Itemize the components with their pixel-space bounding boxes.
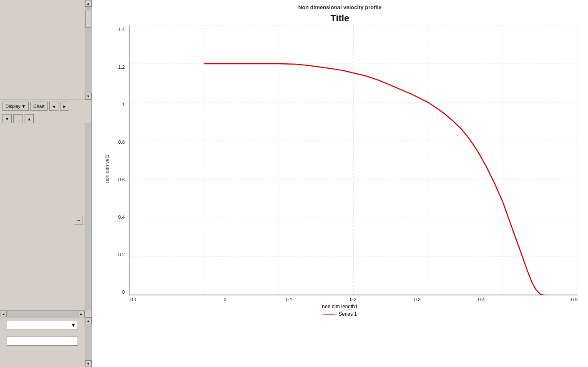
sidebar-bottom-panel: ▲ ▼ ▼: [0, 317, 91, 367]
prev-chart-btn[interactable]: ◄: [49, 102, 58, 111]
x-tick-0.2: 0.2: [321, 297, 385, 302]
sidebar-scrollbar-vertical-bottom[interactable]: ▲ ▼: [85, 317, 91, 367]
display-dropdown-icon: ▼: [21, 104, 26, 109]
y-tick-0.0: 0: [112, 290, 125, 295]
x-tick-0.3: 0.3: [385, 297, 450, 302]
series-1-line: [204, 64, 548, 295]
x-axis-label: non dim length1: [102, 304, 578, 310]
display-button[interactable]: Display ▼: [3, 102, 29, 111]
bottom-scroll-up[interactable]: ▲: [85, 317, 92, 324]
chart-button[interactable]: Chart: [30, 102, 48, 111]
x-tick-0.1: 0.1: [257, 297, 321, 302]
y-axis-label: non dim vel1: [102, 25, 112, 295]
scroll-right-btn[interactable]: ►: [78, 311, 85, 317]
scroll-thumb[interactable]: [85, 11, 91, 27]
legend-line-series1: [323, 314, 335, 315]
scroll-left-btn[interactable]: ◄: [0, 311, 7, 317]
chart-label: Chart: [33, 104, 45, 109]
sidebar-toolbar: Display ▼ Chart ◄ ► ▼ ... ▲: [0, 100, 91, 123]
sidebar-text-input[interactable]: [7, 337, 78, 346]
display-label: Display: [5, 104, 20, 109]
y-tick-1.4: 1.4: [112, 27, 125, 32]
chart-container: non dim vel1 1.4 1.2 1 0.8 0.6 0.4 0.2 0: [102, 25, 578, 317]
bottom-scroll-track: [85, 324, 92, 360]
y-tick-labels: 1.4 1.2 1 0.8 0.6 0.4 0.2 0: [112, 25, 125, 295]
scroll-up-btn[interactable]: ▲: [85, 0, 92, 7]
scroll-track: [85, 7, 92, 93]
legend-label-series1: Series 1: [339, 311, 357, 317]
expand-btn[interactable]: ▲: [25, 114, 34, 123]
sidebar-scrollbar-vertical-top[interactable]: ▲ ▼: [85, 0, 91, 100]
chart-plot-area: [129, 25, 578, 295]
sidebar-dropdown[interactable]: ▼: [7, 321, 78, 330]
y-tick-1.0: 1: [112, 102, 125, 107]
sidebar-top-panel: ▲ ▼: [0, 0, 91, 100]
display-dropdown-btn[interactable]: ▼: [3, 114, 12, 123]
sidebar-scrollbar-horizontal[interactable]: ◄ ►: [0, 310, 85, 317]
y-tick-1.2: 1.2: [112, 65, 125, 70]
page-title: Non dimensional velocity profile: [298, 4, 382, 10]
more-btn[interactable]: ...: [13, 114, 23, 123]
y-tick-0.6: 0.6: [112, 177, 125, 182]
y-tick-0.2: 0.2: [112, 252, 125, 257]
y-tick-0.8: 0.8: [112, 140, 125, 145]
y-tick-0.4: 0.4: [112, 215, 125, 220]
scroll-h-track: [7, 311, 78, 317]
x-tick-0.4: 0.4: [450, 297, 514, 302]
next-chart-btn[interactable]: ►: [60, 102, 69, 111]
sidebar: ▲ ▼ Display ▼ Chart ◄ ► ▼ ... ▲: [0, 0, 92, 367]
sidebar-scrollbar-vertical-middle[interactable]: [85, 123, 91, 310]
bottom-scroll-down[interactable]: ▼: [85, 360, 92, 367]
main-chart-area: Non dimensional velocity profile Title n…: [92, 0, 588, 367]
x-tick-0: 0: [193, 297, 257, 302]
resize-icon[interactable]: ↔: [74, 216, 83, 225]
x-tick-labels: -0.1 0 0.1 0.2 0.3 0.4 0.5: [129, 297, 578, 302]
x-tick--0.1: -0.1: [129, 297, 193, 302]
dropdown-arrow-icon: ▼: [71, 322, 76, 328]
sidebar-middle-panel: ↔ ◄ ►: [0, 123, 91, 317]
chart-legend: Series 1: [102, 311, 578, 317]
chart-title: Title: [331, 13, 349, 24]
x-tick-0.5: 0.5: [513, 297, 578, 302]
chart-svg: [129, 25, 578, 295]
chart-area: non dim vel1 1.4 1.2 1 0.8 0.6 0.4 0.2 0: [102, 25, 578, 295]
scroll-down-btn[interactable]: ▼: [85, 93, 92, 100]
